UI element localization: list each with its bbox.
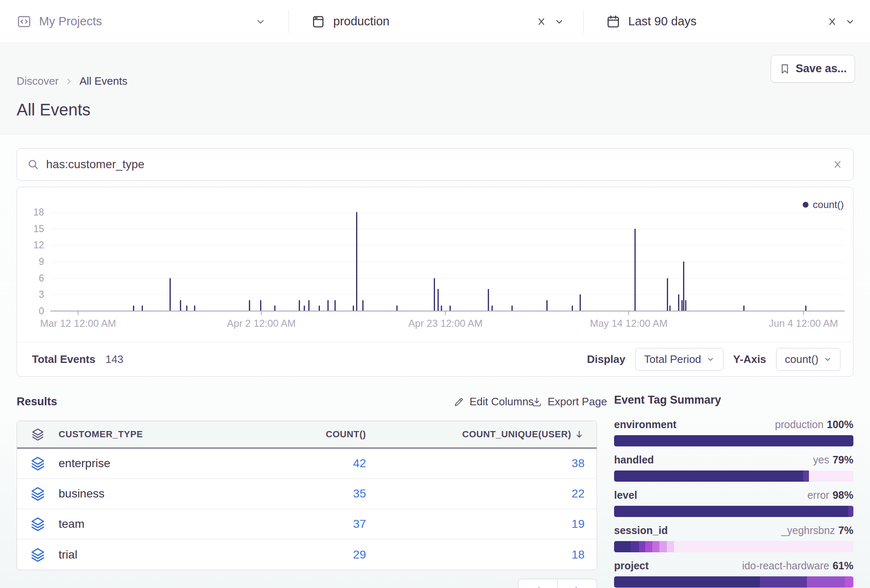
tag-top-value: yes79% — [813, 454, 853, 466]
chart-legend: count() — [803, 199, 844, 211]
clear-environment-icon[interactable] — [536, 16, 547, 27]
chevron-right-icon — [64, 77, 74, 86]
table-row[interactable]: team3719 — [17, 509, 597, 539]
display-label: Display — [587, 353, 626, 366]
topbar-divider — [288, 10, 289, 33]
pencil-icon — [453, 396, 464, 408]
count-cell-link[interactable]: 35 — [291, 487, 366, 500]
chart-bar — [546, 300, 548, 311]
count-unique-cell-link[interactable]: 18 — [366, 548, 585, 561]
x-axis-tick-label: Apr 23 12:00 AM — [408, 318, 483, 329]
results-table-body: enterprise4238business3522team3719trial2… — [17, 448, 597, 570]
stack-icon — [17, 428, 59, 441]
tag-bar-segment[interactable] — [614, 576, 760, 588]
edit-columns-button[interactable]: Edit Columns — [453, 395, 534, 408]
tag-bar-segment[interactable] — [614, 541, 631, 552]
tag-bar-segment[interactable] — [652, 541, 659, 552]
chart-panel: count() 0369121518 Mar 12 12:00 AMApr 2 … — [17, 187, 853, 377]
table-row[interactable]: business3522 — [17, 479, 597, 509]
x-axis-tick-label: Jun 4 12:00 AM — [769, 318, 838, 329]
tag-group-handled: handledyes79% — [614, 454, 853, 466]
page-title: All Events — [17, 100, 91, 119]
save-as-button[interactable]: Save as... — [771, 55, 855, 83]
tag-group-session_id: session_id_yeghrsbnz7% — [614, 524, 853, 537]
tag-bar-segment[interactable] — [659, 541, 666, 552]
y-axis-tick-label: 3 — [17, 289, 44, 300]
project-selector[interactable]: My Projects — [17, 0, 266, 43]
date-filter-value: Last 90 days — [628, 15, 696, 28]
y-axis-label: Y-Axis — [733, 353, 767, 366]
chevron-down-icon[interactable] — [554, 17, 564, 27]
table-row[interactable]: trial2918 — [17, 539, 597, 570]
search-icon — [27, 158, 39, 171]
topbar-divider — [583, 10, 584, 33]
tag-bar-segment[interactable] — [645, 541, 652, 552]
tag-bar-segment[interactable] — [639, 541, 645, 552]
tag-distribution-bar[interactable] — [614, 541, 853, 552]
tag-top-value: _yeghrsbnz7% — [782, 524, 853, 537]
chart-x-axis-line — [50, 311, 845, 311]
breadcrumb: Discover All Events — [17, 75, 128, 88]
tag-distribution-bar[interactable] — [614, 506, 853, 517]
tag-bar-segment[interactable] — [760, 576, 806, 588]
y-axis-tick-label: 12 — [17, 240, 44, 251]
tag-distribution-bar[interactable] — [614, 470, 853, 482]
chart-bar — [434, 278, 435, 311]
y-axis-dropdown[interactable]: count() — [776, 348, 841, 371]
clear-date-icon[interactable] — [827, 16, 838, 27]
project-selector-label: My Projects — [39, 15, 102, 28]
top-filter-bar: My Projects production Last 9 — [0, 0, 870, 43]
discover-page: My Projects production Last 9 — [0, 0, 870, 588]
tag-bar-segment[interactable] — [807, 576, 845, 588]
chart-bar — [580, 294, 581, 311]
count-cell-link[interactable]: 42 — [291, 457, 366, 470]
tag-bar-segment[interactable] — [631, 541, 639, 552]
search-bar — [17, 148, 853, 181]
chevron-down-icon[interactable] — [845, 17, 855, 27]
chart-bar — [362, 300, 364, 311]
x-axis-tick — [628, 311, 629, 315]
tag-name: environment — [614, 419, 676, 431]
column-header-customer-type[interactable]: CUSTOMER_TYPE — [59, 429, 291, 440]
display-dropdown[interactable]: Total Period — [635, 348, 723, 371]
environment-filter-value: production — [333, 15, 389, 28]
page-header — [0, 44, 870, 134]
table-row[interactable]: enterprise4238 — [17, 448, 597, 479]
environment-filter[interactable]: production — [311, 0, 564, 43]
count-unique-cell-link[interactable]: 38 — [366, 457, 585, 470]
breadcrumb-discover-link[interactable]: Discover — [17, 75, 59, 88]
tag-bar-segment[interactable] — [848, 506, 853, 517]
tag-bar-segment[interactable] — [614, 506, 848, 517]
chart-bar — [334, 300, 336, 311]
tag-bar-segment[interactable] — [614, 470, 803, 482]
chart-bar — [667, 278, 668, 311]
tag-bar-segment[interactable] — [803, 470, 809, 482]
tag-bar-segment[interactable] — [614, 435, 853, 446]
count-cell-link[interactable]: 29 — [291, 548, 366, 561]
count-cell-link[interactable]: 37 — [291, 517, 366, 531]
search-input[interactable] — [46, 158, 826, 171]
column-header-count-unique[interactable]: COUNT_UNIQUE(USER) — [366, 429, 585, 440]
date-filter[interactable]: Last 90 days — [606, 0, 855, 43]
count-unique-cell-link[interactable]: 19 — [366, 517, 585, 531]
results-table: CUSTOMER_TYPE COUNT() COUNT_UNIQUE(USER)… — [17, 421, 597, 570]
chart-plot-area — [50, 212, 844, 311]
chart-bar — [437, 289, 439, 311]
column-header-count[interactable]: COUNT() — [291, 429, 366, 440]
tag-name: handled — [614, 454, 654, 466]
clear-search-icon[interactable] — [832, 159, 843, 170]
x-axis-tick-label: Apr 2 12:00 AM — [227, 318, 295, 329]
tag-bar-segment[interactable] — [667, 541, 674, 552]
sort-desc-icon — [574, 429, 585, 440]
count-unique-cell-link[interactable]: 22 — [366, 487, 585, 500]
total-events-label: Total Events — [32, 353, 96, 366]
x-axis-tick — [78, 311, 79, 315]
export-page-button[interactable]: Export Page — [531, 395, 607, 408]
tag-distribution-bar[interactable] — [614, 435, 853, 446]
pagination-prev-button[interactable] — [518, 579, 558, 588]
tag-bar-segment[interactable] — [845, 576, 853, 588]
tag-distribution-bar[interactable] — [614, 576, 853, 588]
pagination-next-button[interactable] — [558, 579, 597, 588]
customer-type-cell: trial — [59, 548, 291, 561]
tag-group-environment: environmentproduction100% — [614, 419, 853, 431]
